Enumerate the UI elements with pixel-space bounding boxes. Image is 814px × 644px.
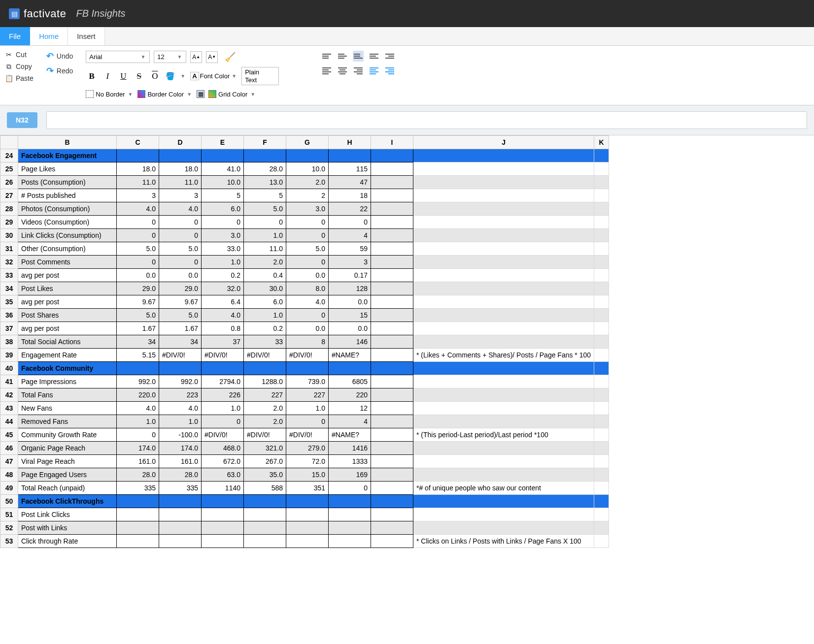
cell[interactable]: * (Likes + Comments + Shares)/ Posts / P… — [413, 349, 594, 362]
cell[interactable]: 4 — [329, 415, 371, 428]
cell[interactable]: #DIV/0! — [286, 349, 329, 362]
row-hdr[interactable]: 48 — [0, 468, 18, 482]
cell[interactable] — [594, 176, 609, 189]
row-hdr[interactable]: 28 — [0, 202, 18, 216]
row-hdr[interactable]: 36 — [0, 309, 18, 322]
col-hdr-H[interactable]: H — [329, 136, 371, 149]
cell[interactable]: 0.0 — [286, 322, 329, 335]
cell[interactable]: 6.4 — [202, 295, 244, 309]
cell[interactable]: 1.67 — [117, 322, 159, 335]
strikethrough-button[interactable]: S — [133, 70, 145, 82]
cell[interactable]: 9.67 — [117, 295, 159, 309]
cell[interactable]: 30.0 — [244, 282, 286, 295]
cell[interactable] — [244, 495, 286, 508]
cell[interactable]: Page Likes — [18, 162, 117, 176]
cell[interactable] — [594, 256, 609, 269]
cell[interactable] — [371, 455, 413, 468]
grid-toggle-button[interactable]: ▦ — [197, 90, 204, 98]
cell[interactable]: 0.0 — [329, 295, 371, 309]
cell[interactable]: 33 — [244, 335, 286, 349]
cell[interactable] — [371, 482, 413, 495]
undo-button[interactable]: ↶ Undo — [46, 51, 73, 62]
cell[interactable] — [594, 402, 609, 415]
cell[interactable] — [329, 495, 371, 508]
cell[interactable]: 5.0 — [286, 242, 329, 256]
cell[interactable]: Post Likes — [18, 282, 117, 295]
cell[interactable]: 1.0 — [202, 256, 244, 269]
cell[interactable]: 32.0 — [202, 282, 244, 295]
cell[interactable] — [594, 468, 609, 482]
cell[interactable]: *# of unique people who saw our content — [413, 482, 594, 495]
cell[interactable]: 28.0 — [244, 162, 286, 176]
cell[interactable]: 1140 — [202, 482, 244, 495]
cell[interactable]: 169 — [329, 468, 371, 482]
redo-button[interactable]: ↷ Redo — [46, 65, 73, 76]
row-hdr[interactable]: 34 — [0, 282, 18, 295]
cell[interactable]: 128 — [329, 282, 371, 295]
cell[interactable]: #NAME? — [329, 349, 371, 362]
cell[interactable]: Post Shares — [18, 309, 117, 322]
cell[interactable] — [413, 388, 594, 402]
cell[interactable] — [594, 216, 609, 229]
cell[interactable]: Click through Rate — [18, 535, 117, 548]
cell[interactable] — [413, 149, 594, 162]
col-hdr-J[interactable]: J — [413, 136, 594, 149]
text-wrap-select[interactable]: Plain Text — [241, 67, 279, 85]
cell[interactable]: 220.0 — [117, 388, 159, 402]
cell[interactable] — [117, 149, 159, 162]
cell[interactable] — [371, 349, 413, 362]
underline-button[interactable]: U — [117, 70, 129, 82]
cell[interactable] — [371, 216, 413, 229]
col-hdr-I[interactable]: I — [371, 136, 413, 149]
cell[interactable] — [371, 335, 413, 349]
cell[interactable]: 1.0 — [244, 229, 286, 242]
cell[interactable] — [371, 295, 413, 309]
formula-input[interactable] — [46, 111, 807, 129]
cell[interactable]: avg per post — [18, 322, 117, 335]
cell[interactable] — [413, 189, 594, 202]
cell[interactable] — [159, 535, 202, 548]
row-hdr[interactable]: 42 — [0, 388, 18, 402]
cell[interactable] — [413, 335, 594, 349]
cell[interactable]: 18 — [329, 189, 371, 202]
cell[interactable]: 4.0 — [117, 402, 159, 415]
indent-decrease-button[interactable] — [369, 51, 379, 62]
italic-button[interactable]: I — [102, 70, 113, 82]
cell[interactable] — [202, 508, 244, 521]
cell[interactable] — [286, 521, 329, 535]
col-hdr-F[interactable]: F — [244, 136, 286, 149]
cut-button[interactable]: ✂ Cut — [5, 51, 34, 59]
document-title[interactable]: FB Insights — [76, 8, 125, 19]
cell[interactable] — [159, 495, 202, 508]
cell[interactable] — [371, 442, 413, 455]
cell[interactable]: #DIV/0! — [286, 428, 329, 442]
cell[interactable]: Other (Consumption) — [18, 242, 117, 256]
cell[interactable] — [371, 189, 413, 202]
cell[interactable] — [413, 468, 594, 482]
font-size-select[interactable]: 12 ▼ — [154, 51, 186, 63]
cell[interactable] — [244, 535, 286, 548]
cell[interactable]: 0.8 — [202, 322, 244, 335]
row-hdr[interactable]: 41 — [0, 375, 18, 388]
cell[interactable]: 6805 — [329, 375, 371, 388]
cell[interactable]: 468.0 — [202, 442, 244, 455]
cell[interactable]: Page Engaged Users — [18, 468, 117, 482]
cell[interactable] — [159, 508, 202, 521]
cell[interactable] — [371, 428, 413, 442]
cell[interactable] — [594, 349, 609, 362]
cell[interactable]: 2.0 — [244, 415, 286, 428]
cell[interactable]: 3 — [159, 189, 202, 202]
border-color-button[interactable]: Border Color ▼ — [137, 90, 193, 98]
cell[interactable] — [371, 309, 413, 322]
cell[interactable] — [286, 508, 329, 521]
cell[interactable]: #NAME? — [329, 428, 371, 442]
cell[interactable]: 223 — [159, 388, 202, 402]
cell[interactable]: 0.0 — [329, 322, 371, 335]
cell[interactable] — [371, 388, 413, 402]
row-hdr[interactable]: 43 — [0, 402, 18, 415]
cell[interactable]: #DIV/0! — [244, 428, 286, 442]
cell[interactable]: 220 — [329, 388, 371, 402]
row-hdr[interactable]: 32 — [0, 256, 18, 269]
row-hdr[interactable]: 52 — [0, 521, 18, 535]
cell[interactable] — [202, 149, 244, 162]
